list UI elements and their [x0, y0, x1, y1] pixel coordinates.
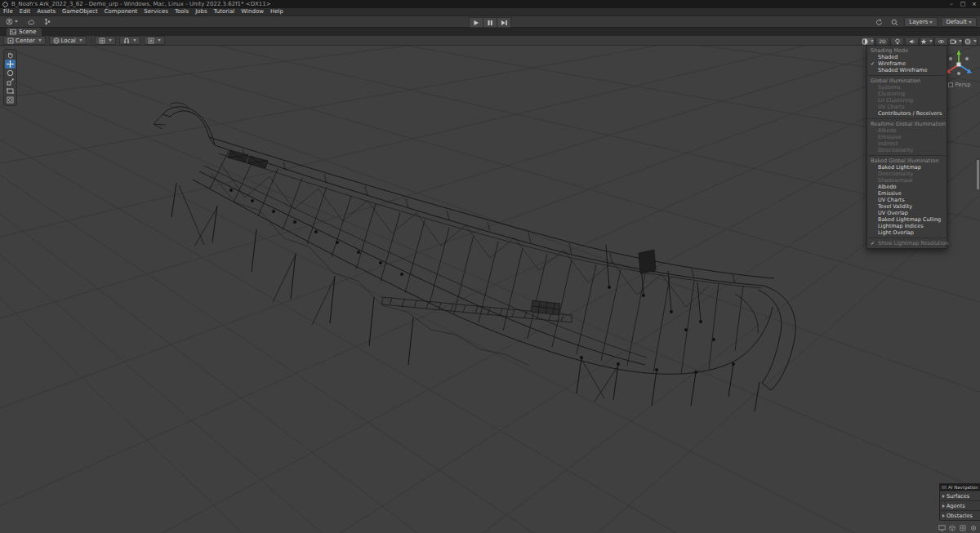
pause-button[interactable] — [483, 17, 497, 28]
menu-item-lit-clustering: Lit Clustering — [867, 97, 947, 104]
scrollbar-thumb[interactable] — [977, 160, 979, 189]
menu-tools[interactable]: Tools — [172, 8, 192, 16]
tool-handle-rotation-dropdown[interactable]: Local — [49, 36, 87, 45]
gizmos-dropdown[interactable] — [964, 37, 978, 46]
menu-item-wireframe[interactable]: ✓Wireframe — [867, 60, 947, 67]
play-button[interactable] — [469, 17, 483, 28]
menu-window[interactable]: Window — [238, 8, 267, 16]
dropdown-caret-icon — [109, 39, 112, 42]
menu-help[interactable]: Help — [267, 8, 287, 16]
menu-edit[interactable]: Edit — [16, 8, 34, 16]
rect-tool-icon — [7, 87, 14, 95]
toolbar-separator — [91, 38, 91, 44]
effects-icon — [920, 38, 927, 45]
expand-icon — [942, 504, 945, 508]
expand-icon — [942, 495, 945, 498]
dropdown-caret-icon — [38, 39, 42, 42]
menu-services[interactable]: Services — [140, 8, 172, 16]
snap-magnet-dropdown[interactable] — [119, 36, 140, 45]
menu-assets[interactable]: Assets — [33, 8, 59, 16]
layers-dropdown[interactable]: Layers — [904, 17, 938, 27]
account-button[interactable] — [3, 17, 20, 26]
menu-file[interactable]: File — [0, 8, 16, 16]
menu-item-lightmap-indices[interactable]: Lightmap Indices — [867, 223, 947, 229]
move-tool-button[interactable] — [5, 60, 16, 69]
gizmos-icon — [964, 38, 971, 45]
cube-icon — [949, 525, 956, 531]
menu-separator — [868, 155, 946, 156]
grid-icon — [99, 38, 105, 44]
grid-visibility-dropdown[interactable] — [95, 36, 116, 45]
pivot-icon — [7, 38, 14, 44]
menu-item-uv-overlap[interactable]: UV Overlap — [867, 210, 947, 216]
tab-scene-label: Scene — [19, 29, 36, 35]
transform-tool-button[interactable] — [5, 95, 16, 104]
menu-item-show-lightmap-resolution[interactable]: ✓Show Lightmap Resolution — [867, 240, 947, 247]
menu-item-rt-emissive: Emissive — [867, 134, 947, 140]
menu-item-label: Directionality — [878, 147, 913, 153]
menu-item-label: Albedo — [878, 184, 896, 190]
layers-label: Layers — [909, 19, 928, 25]
camera-settings-dropdown[interactable] — [949, 37, 963, 46]
increment-snap-dropdown[interactable] — [144, 36, 165, 45]
magnet-icon — [123, 38, 130, 44]
menu-separator — [868, 118, 946, 119]
display-button[interactable] — [938, 525, 946, 531]
search-button[interactable] — [889, 18, 901, 27]
view-tool-icon — [7, 51, 14, 59]
scale-tool-button[interactable] — [5, 78, 16, 87]
menu-item-baked-albedo[interactable]: Albedo — [867, 184, 947, 190]
menu-item-light-overlap[interactable]: Light Overlap — [867, 229, 947, 236]
ai-navigation-header[interactable]: AI Navigation — [940, 484, 980, 491]
ai-navigation-overlay: AI Navigation Surfaces Agents Obstacles — [939, 483, 980, 521]
undo-history-icon — [875, 19, 883, 26]
dropdown-caret-icon — [158, 39, 161, 42]
audio-icon — [909, 38, 915, 45]
menu-item-baked-uv-charts[interactable]: UV Charts — [867, 197, 947, 203]
menu-item-label: Lightmap Indices — [878, 223, 924, 229]
cloud-icon — [27, 19, 35, 25]
version-control-button[interactable] — [42, 17, 53, 26]
tab-scene[interactable]: Scene — [7, 28, 42, 36]
scene-viewport[interactable] — [0, 46, 980, 533]
dropdown-caret-icon — [79, 39, 82, 42]
menu-item-texel-validity[interactable]: Texel Validity — [867, 203, 947, 210]
undo-history-button[interactable] — [873, 18, 885, 27]
dropdown-caret-icon — [973, 40, 977, 42]
minimize-button[interactable]: – — [946, 0, 957, 8]
cube-button[interactable] — [948, 525, 956, 531]
menu-item-contributors-receivers[interactable]: Contributors / Receivers — [867, 110, 947, 117]
menu-item-baked-lightmap-culling[interactable]: Baked Lightmap Culling — [867, 216, 947, 223]
menu-component[interactable]: Component — [101, 8, 141, 16]
menu-section-header: Baked Global Illumination — [867, 158, 947, 164]
menu-item-rt-directionality: Directionality — [867, 147, 947, 153]
cloud-button[interactable] — [24, 17, 38, 26]
ai-nav-obstacles-button[interactable]: Obstacles — [940, 510, 980, 520]
menu-tutorial[interactable]: Tutorial — [211, 8, 238, 16]
maximize-button[interactable]: □ — [957, 0, 969, 8]
rotate-tool-button[interactable] — [5, 69, 16, 78]
menu-item-baked-emissive[interactable]: Emissive — [867, 190, 947, 197]
view-tool-button[interactable] — [5, 51, 16, 60]
menu-section-header: Realtime Global Illumination — [867, 121, 947, 127]
menu-item-rt-indirect: Indirect — [867, 140, 947, 147]
settings-button[interactable] — [969, 525, 978, 531]
unity-editor-window: { "window": { "title": "B_Noah's Ark_202… — [0, 0, 980, 533]
menu-jobs[interactable]: Jobs — [192, 8, 210, 16]
ai-nav-surfaces-button[interactable]: Surfaces — [940, 491, 980, 500]
menu-item-shaded-wireframe[interactable]: Shaded Wireframe — [867, 67, 947, 73]
account-icon — [6, 18, 13, 25]
tool-handle-pivot-dropdown[interactable]: Center — [3, 36, 46, 45]
menu-item-shaded[interactable]: Shaded — [867, 54, 947, 60]
menu-gameobject[interactable]: GameObject — [59, 8, 101, 16]
ai-nav-agents-button[interactable]: Agents — [940, 500, 980, 510]
rect-tool-button[interactable] — [5, 87, 16, 95]
close-button[interactable]: × — [969, 0, 980, 8]
title-bar: B_Noah's Ark_2022_3_62 - Demo_urp - Wind… — [0, 0, 980, 8]
grid-button[interactable] — [959, 525, 967, 531]
display-icon — [938, 525, 946, 531]
step-button[interactable] — [497, 17, 511, 28]
menu-item-label: Light Overlap — [878, 229, 914, 236]
layout-dropdown[interactable]: Default — [941, 17, 977, 27]
menu-item-baked-lightmap[interactable]: Baked Lightmap — [867, 164, 947, 171]
